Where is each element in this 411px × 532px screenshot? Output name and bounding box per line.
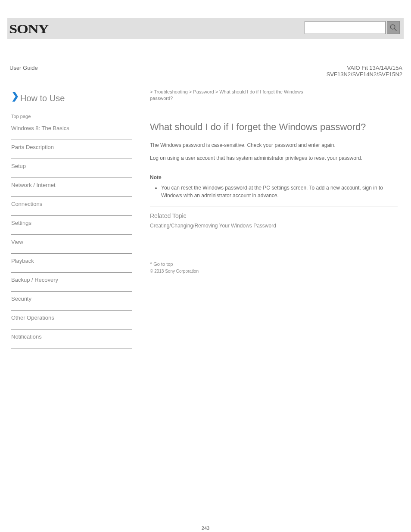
sidebar-item-playback[interactable]: Playback [11,254,132,273]
breadcrumb-pre: > Troubleshooting > [150,89,193,94]
main-content: What should I do if I forget the Windows… [150,121,398,240]
sidebar-item-network-link[interactable]: Network / Internet [11,182,132,189]
search-box [305,21,400,36]
sidebar-item-windows8[interactable]: Windows 8: The Basics [11,121,132,140]
search-button[interactable] [387,21,400,34]
search-input[interactable] [305,21,386,34]
breadcrumb-post: > What should I do if I forget the Windo… [214,89,303,94]
model-series-label: VAIO Fit 13A/14A/15A SVF13N2/SVF14N2/SVF… [327,65,402,78]
sidebar-item-connections-link[interactable]: Connections [11,201,132,208]
chevron-right-icon: ❯ [11,90,19,102]
sidebar-item-backup[interactable]: Backup / Recovery [11,273,132,292]
sidebar-item-network[interactable]: Network / Internet [11,178,132,197]
sony-logo: SONY [9,22,48,36]
sidebar-nav: Windows 8: The BasicsParts DescriptionSe… [11,121,132,348]
header-bar: SONY [7,18,404,39]
divider [150,206,398,206]
sidebar-item-view[interactable]: View [11,235,132,254]
copyright: © 2013 Sony Corporation [150,269,199,274]
divider-2 [150,235,398,235]
breadcrumb-password-link[interactable]: Password [193,89,214,94]
sidebar-item-other[interactable]: Other Operations [11,311,132,330]
breadcrumb-line2: password? [150,96,173,101]
top-page-link[interactable]: Top page [11,114,31,119]
note-heading: Note [150,174,398,180]
sidebar-item-parts-link[interactable]: Parts Description [11,144,132,151]
sidebar-item-security-link[interactable]: Security [11,296,132,303]
sidebar-item-settings-link[interactable]: Settings [11,220,132,227]
sidebar-item-notifications-link[interactable]: Notifications [11,333,132,341]
user-guide-label: User Guide [9,65,38,71]
sidebar-item-connections[interactable]: Connections [11,197,132,216]
breadcrumb: > Troubleshooting > Password > What shou… [150,89,303,94]
sidebar-item-settings[interactable]: Settings [11,216,132,235]
note-item: You can reset the Windows password at th… [161,184,398,200]
how-to-use-heading: How to Use [20,93,65,103]
sidebar-item-other-link[interactable]: Other Operations [11,314,132,322]
sidebar-item-playback-link[interactable]: Playback [11,258,132,265]
svg-point-0 [390,25,395,29]
sidebar-item-view-link[interactable]: View [11,239,132,246]
related-link[interactable]: Creating/Changing/Removing Your Windows … [150,223,276,229]
sidebar-item-parts[interactable]: Parts Description [11,140,132,159]
page-title: What should I do if I forget the Windows… [150,121,398,134]
search-icon [389,24,397,31]
paragraph-1: The Windows password is case-sensitive. … [150,141,398,149]
sidebar-item-security[interactable]: Security [11,292,132,311]
paragraph-2: Log on using a user account that has sys… [150,154,398,162]
svg-line-1 [394,28,396,31]
sidebar-item-setup[interactable]: Setup [11,159,132,178]
sidebar-item-windows8-link[interactable]: Windows 8: The Basics [11,125,132,132]
sidebar-item-notifications[interactable]: Notifications [11,330,132,348]
go-to-top-link[interactable]: ^ Go to top [150,261,173,267]
sidebar-item-backup-link[interactable]: Backup / Recovery [11,277,132,284]
related-topic-heading: Related Topic [150,212,398,219]
page-number: 243 [0,526,411,531]
sidebar-item-setup-link[interactable]: Setup [11,163,132,170]
